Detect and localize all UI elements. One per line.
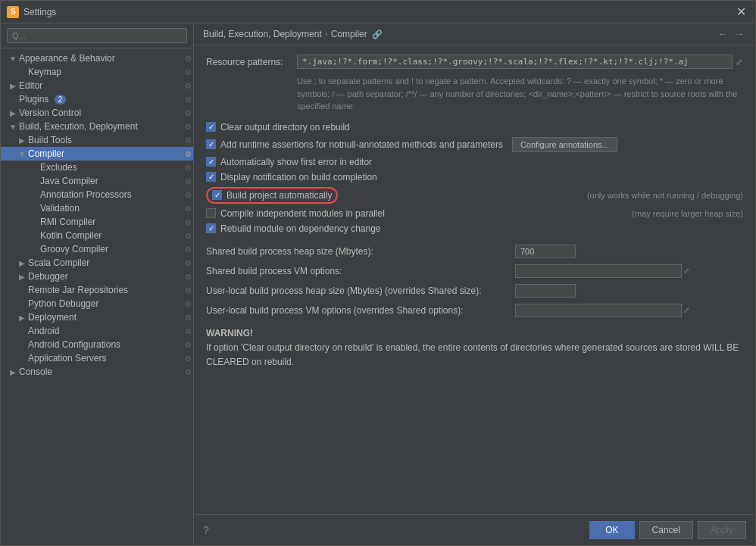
settings-icon: ⚙	[185, 177, 192, 186]
sidebar-item-label: Build Tools	[28, 135, 185, 145]
show-first-error-checkbox-label[interactable]: Automatically show first error in editor	[206, 157, 372, 167]
sidebar-item-android[interactable]: Android ⚙	[1, 324, 193, 338]
expand-icon: ▶	[16, 314, 28, 322]
breadcrumb-separator: ›	[325, 29, 328, 39]
close-button[interactable]: ✕	[733, 5, 749, 19]
option-add-runtime: Add runtime assertions for notnull-annot…	[206, 137, 743, 152]
nav-forward-button[interactable]: →	[733, 28, 746, 40]
sidebar-item-label: Remote Jar Repositories	[28, 285, 185, 295]
content-area: ▼ Appearance & Behavior ⚙ Keymap ⚙ ▶ Edi…	[1, 23, 755, 545]
sidebar-item-label: Build, Execution, Deployment	[19, 121, 185, 132]
sidebar-item-deployment[interactable]: ▶ Deployment ⚙	[1, 310, 193, 324]
expand-icon: ▶	[7, 109, 19, 117]
sidebar-item-annotation-processors[interactable]: Annotation Processors ⚙	[1, 188, 193, 201]
clear-output-label: Clear output directory on rebuild	[220, 122, 350, 133]
sidebar-item-excludes[interactable]: Excludes ⚙	[1, 161, 193, 174]
build-auto-checkbox[interactable]	[212, 190, 222, 200]
settings-icon: ⚙	[185, 204, 192, 213]
resource-patterns-input[interactable]	[297, 55, 733, 69]
apply-button[interactable]: Apply	[698, 521, 746, 539]
shared-vm-expand-button[interactable]: ⤢	[683, 267, 689, 275]
settings-icon: ⚙	[185, 191, 192, 199]
help-button[interactable]: ?	[203, 524, 209, 536]
sidebar-item-label: Debugger	[28, 271, 185, 282]
settings-icon: ⚙	[185, 82, 192, 90]
sidebar-item-appearance[interactable]: ▼ Appearance & Behavior ⚙	[1, 51, 193, 65]
sidebar-item-remote-jar[interactable]: Remote Jar Repositories ⚙	[1, 283, 193, 297]
compile-parallel-checkbox[interactable]	[206, 208, 216, 218]
resource-hint: Use ; to separate patterns and ! to nega…	[297, 75, 743, 113]
settings-icon: ⚙	[185, 164, 192, 172]
cancel-button[interactable]: Cancel	[639, 521, 693, 539]
sidebar-item-java-compiler[interactable]: Java Compiler ⚙	[1, 174, 193, 188]
sidebar-item-label: Console	[19, 367, 185, 377]
user-vm-field-wrap: ⤢	[515, 304, 689, 317]
settings-icon: ⚙	[185, 232, 192, 240]
shared-vm-input[interactable]	[515, 264, 682, 278]
sidebar-item-plugins[interactable]: Plugins 2 ⚙	[1, 92, 193, 106]
resource-patterns-label: Resource patterns:	[206, 55, 297, 67]
settings-icon: ⚙	[185, 150, 192, 158]
sidebar-item-kotlin-compiler[interactable]: Kotlin Compiler ⚙	[1, 229, 193, 242]
sidebar-item-label: Annotation Processors	[40, 189, 185, 200]
sidebar-item-label: Appearance & Behavior	[19, 53, 185, 64]
sidebar-item-label: Version Control	[19, 108, 185, 118]
build-auto-checkbox-label[interactable]: Build project automatically	[212, 190, 332, 201]
sidebar-item-console[interactable]: ▶ Console ⚙	[1, 365, 193, 379]
display-notification-checkbox[interactable]	[206, 172, 216, 182]
settings-icon: ⚙	[185, 245, 192, 254]
ok-button[interactable]: OK	[589, 521, 634, 539]
sidebar-item-app-servers[interactable]: Application Servers ⚙	[1, 351, 193, 365]
resource-expand-button[interactable]: ⤢	[736, 57, 743, 67]
settings-icon: ⚙	[185, 300, 192, 308]
sidebar-item-label: Groovy Compiler	[40, 244, 185, 254]
user-heap-input[interactable]	[515, 284, 576, 298]
nav-arrows: ← →	[716, 28, 746, 40]
clear-output-checkbox[interactable]	[206, 122, 216, 132]
expand-icon: ▼	[7, 123, 19, 131]
settings-window: S Settings ✕ ▼ Appearance & Behavior ⚙ K…	[0, 0, 756, 546]
settings-icon: ⚙	[185, 136, 192, 145]
rebuild-module-checkbox[interactable]	[206, 223, 216, 233]
add-runtime-checkbox[interactable]	[206, 139, 216, 149]
compile-parallel-checkbox-label[interactable]: Compile independent modules in parallel	[206, 208, 385, 219]
sidebar-item-version-control[interactable]: ▶ Version Control ⚙	[1, 106, 193, 120]
show-first-error-checkbox[interactable]	[206, 157, 216, 167]
user-vm-input[interactable]	[515, 304, 682, 317]
sidebar-item-build-tools[interactable]: ▶ Build Tools ⚙	[1, 133, 193, 147]
expand-icon: ▶	[16, 273, 28, 281]
sidebar-item-label: Editor	[19, 80, 185, 91]
clear-output-checkbox-label[interactable]: Clear output directory on rebuild	[206, 122, 350, 133]
configure-annotations-button[interactable]: Configure annotations...	[512, 137, 617, 152]
sidebar-item-editor[interactable]: ▶ Editor ⚙	[1, 79, 193, 92]
search-input[interactable]	[7, 28, 187, 43]
user-vm-expand-button[interactable]: ⤢	[683, 306, 689, 314]
settings-icon: ⚙	[185, 368, 192, 376]
rebuild-module-checkbox-label[interactable]: Rebuild module on dependency change	[206, 223, 381, 234]
sidebar-item-debugger[interactable]: ▶ Debugger ⚙	[1, 270, 193, 283]
sidebar-item-build-execution[interactable]: ▼ Build, Execution, Deployment ⚙	[1, 120, 193, 133]
sidebar-item-label: Deployment	[28, 312, 185, 323]
main-panel: Build, Execution, Deployment › Compiler …	[194, 23, 755, 545]
sidebar-item-android-configs[interactable]: Android Configurations ⚙	[1, 338, 193, 351]
resource-patterns-row: Resource patterns: ⤢	[206, 55, 743, 69]
display-notification-checkbox-label[interactable]: Display notification on build completion	[206, 172, 377, 183]
add-runtime-checkbox-label[interactable]: Add runtime assertions for notnull-annot…	[206, 139, 503, 150]
user-heap-label: User-local build process heap size (Mbyt…	[206, 285, 509, 296]
shared-vm-field-wrap: ⤢	[515, 264, 689, 278]
shared-heap-input[interactable]	[515, 245, 576, 258]
nav-back-button[interactable]: ←	[716, 28, 729, 40]
title-bar-left: S Settings	[7, 6, 56, 18]
sidebar-item-scala-compiler[interactable]: ▶ Scala Compiler ⚙	[1, 256, 193, 270]
sidebar-item-validation[interactable]: Validation ⚙	[1, 201, 193, 215]
warning-text: If option 'Clear output directory on reb…	[206, 341, 743, 370]
display-notification-label: Display notification on build completion	[220, 172, 377, 183]
sidebar-item-rmi-compiler[interactable]: RMI Compiler ⚙	[1, 215, 193, 229]
sidebar-item-keymap[interactable]: Keymap ⚙	[1, 65, 193, 79]
user-heap-row: User-local build process heap size (Mbyt…	[206, 284, 743, 298]
sidebar-item-compiler[interactable]: ▼ Compiler ⚙	[1, 147, 193, 161]
breadcrumb-path1[interactable]: Build, Execution, Deployment	[203, 29, 322, 39]
settings-icon: ⚙	[185, 286, 192, 295]
sidebar-item-python-debugger[interactable]: Python Debugger ⚙	[1, 297, 193, 310]
sidebar-item-groovy-compiler[interactable]: Groovy Compiler ⚙	[1, 242, 193, 256]
